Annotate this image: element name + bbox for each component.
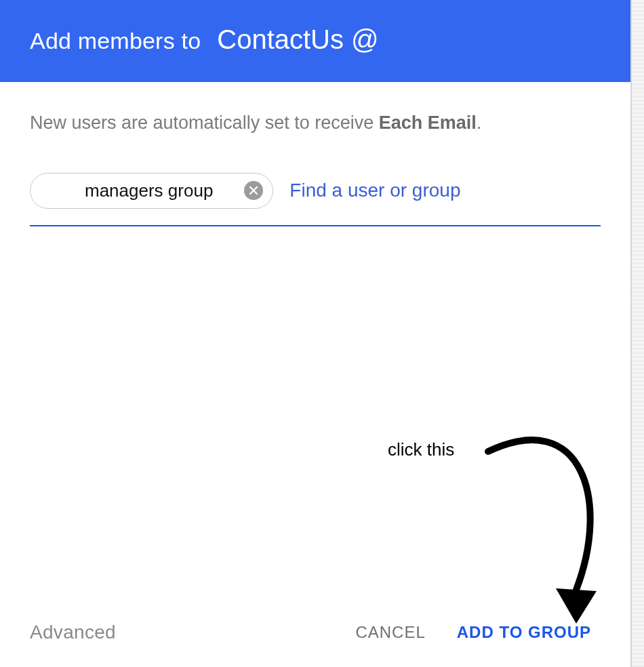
- find-user-input[interactable]: [288, 176, 601, 205]
- info-strong: Each Email: [379, 113, 477, 133]
- member-chip-label: managers group: [85, 180, 213, 201]
- scrollbar-track[interactable]: [630, 0, 644, 667]
- advanced-link[interactable]: Advanced: [30, 622, 116, 643]
- member-chip[interactable]: managers group: [30, 173, 273, 209]
- add-members-dialog: Add members to ContactUs @ New users are…: [0, 0, 630, 667]
- dialog-body: New users are automatically set to recei…: [0, 82, 630, 604]
- add-to-group-button[interactable]: ADD TO GROUP: [447, 616, 601, 649]
- close-icon: [249, 186, 258, 195]
- cancel-button[interactable]: CANCEL: [346, 616, 435, 649]
- dialog-footer: Advanced CANCEL ADD TO GROUP: [0, 610, 630, 667]
- header-title-prefix: Add members to: [30, 28, 201, 54]
- header-group-name: ContactUs @: [217, 24, 378, 55]
- members-input-row[interactable]: managers group: [30, 173, 601, 226]
- dialog-header: Add members to ContactUs @: [0, 0, 630, 82]
- info-text-before: New users are automatically set to recei…: [30, 113, 379, 133]
- info-text-after: .: [477, 113, 482, 133]
- chip-remove-button[interactable]: [244, 181, 263, 200]
- info-line: New users are automatically set to recei…: [30, 110, 601, 136]
